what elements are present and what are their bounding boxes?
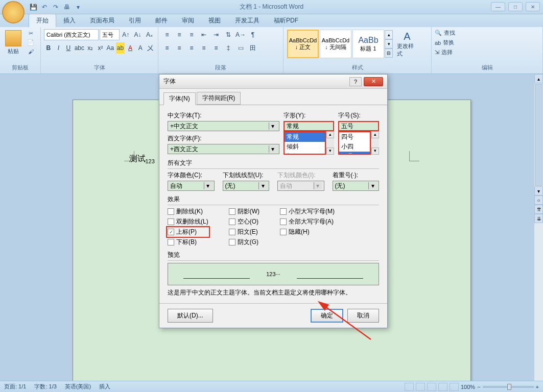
vertical-scrollbar[interactable]: ▴ ▾ ○ ⇈ ⇊ bbox=[534, 74, 543, 381]
checkbox-outline[interactable]: 空心(O) bbox=[229, 217, 259, 226]
style-option-italic[interactable]: 倾斜 bbox=[285, 142, 325, 152]
next-page-button[interactable]: ⇊ bbox=[534, 214, 543, 223]
west-font-combo[interactable]: +西文正文▾ bbox=[168, 144, 279, 154]
tab-layout[interactable]: 页面布局 bbox=[83, 14, 122, 27]
view-fullscreen-button[interactable] bbox=[416, 383, 425, 391]
ltr-button[interactable]: A→ bbox=[235, 29, 246, 40]
print-icon[interactable]: 🖶 bbox=[62, 3, 72, 12]
scroll-down-icon[interactable]: ▾ bbox=[371, 148, 379, 155]
size-list[interactable]: 四号 小四 五号 bbox=[338, 131, 371, 155]
justify-button[interactable]: ≡ bbox=[198, 42, 209, 54]
style-nospacing[interactable]: AaBbCcDd ↓ 无间隔 bbox=[320, 30, 351, 58]
copy-icon[interactable]: 📄 bbox=[26, 38, 35, 46]
change-styles-button[interactable]: A 更改样式 bbox=[397, 31, 417, 58]
decrease-indent-button[interactable]: ⇤ bbox=[198, 29, 209, 40]
find-button[interactable]: 🔍查找 bbox=[435, 29, 539, 37]
style-more-button[interactable]: ⊟ bbox=[385, 48, 393, 58]
size-list-scrollbar[interactable]: ▴ ▾ bbox=[371, 131, 379, 155]
minimize-button[interactable]: — bbox=[491, 2, 505, 11]
maximize-button[interactable]: □ bbox=[508, 2, 523, 11]
size-option-0[interactable]: 四号 bbox=[339, 132, 370, 142]
distribute-button[interactable]: ≡ bbox=[210, 42, 222, 54]
cn-font-combo[interactable]: +中文正文▾ bbox=[168, 121, 279, 131]
status-insert[interactable]: 插入 bbox=[99, 383, 110, 390]
tab-review[interactable]: 审阅 bbox=[175, 14, 201, 27]
zoom-slider-thumb[interactable] bbox=[507, 384, 511, 390]
tab-mailings[interactable]: 邮件 bbox=[148, 14, 175, 27]
paste-button[interactable]: 粘贴 bbox=[3, 30, 23, 55]
scroll-down-icon[interactable]: ▾ bbox=[326, 148, 334, 155]
phonetic-button[interactable]: 㐅 bbox=[146, 42, 155, 54]
clear-format-icon[interactable]: Aₓ bbox=[144, 29, 155, 40]
style-list-scrollbar[interactable]: ▴ ▾ bbox=[326, 131, 334, 155]
cut-icon[interactable]: ✂ bbox=[26, 29, 35, 37]
status-words[interactable]: 字数: 1/3 bbox=[34, 383, 56, 390]
view-outline-button[interactable] bbox=[438, 383, 447, 391]
checkbox-shadow[interactable]: 阴影(W) bbox=[229, 207, 259, 216]
zoom-in-button[interactable]: + bbox=[536, 384, 539, 390]
line-spacing-button[interactable]: ‡ bbox=[223, 42, 234, 54]
align-center-button[interactable]: ≡ bbox=[174, 42, 185, 54]
highlight-button[interactable]: ab bbox=[116, 42, 125, 54]
undo-icon[interactable]: ↶ bbox=[40, 3, 49, 12]
font-color-button[interactable]: A bbox=[126, 42, 135, 54]
style-normal[interactable]: AaBbCcDd ↓ 正文 bbox=[287, 30, 319, 58]
checkbox-emboss[interactable]: 阳文(E) bbox=[229, 228, 259, 236]
underline-button[interactable]: U bbox=[64, 42, 73, 54]
document-text[interactable]: 测试123 bbox=[129, 154, 155, 164]
numbering-button[interactable]: ≡ bbox=[174, 29, 185, 40]
tab-home[interactable]: 开始 bbox=[29, 14, 56, 27]
align-right-button[interactable]: ≡ bbox=[186, 42, 197, 54]
size-option-2[interactable]: 五号 bbox=[339, 152, 370, 155]
align-left-button[interactable]: ≡ bbox=[161, 42, 173, 54]
checkbox-allcaps[interactable]: 全部大写字母(A) bbox=[280, 217, 335, 226]
default-button[interactable]: 默认(D)... bbox=[168, 309, 213, 323]
checkbox-superscript[interactable]: ✓上标(P) bbox=[166, 226, 210, 238]
office-button[interactable] bbox=[2, 1, 25, 23]
redo-icon[interactable]: ↷ bbox=[51, 3, 60, 12]
underline-style-combo[interactable]: (无)▾ bbox=[223, 181, 270, 191]
checkbox-engrave[interactable]: 阴文(G) bbox=[229, 238, 259, 247]
change-case-button[interactable]: Aa bbox=[106, 42, 115, 54]
grow-font-icon[interactable]: A↑ bbox=[121, 29, 131, 40]
scroll-up-button[interactable]: ▴ bbox=[534, 74, 543, 83]
style-input[interactable]: 常规 bbox=[284, 121, 335, 131]
style-heading1[interactable]: AaBb 标题 1 bbox=[352, 30, 384, 58]
borders-button[interactable]: 田 bbox=[247, 42, 258, 54]
prev-page-button[interactable]: ⇈ bbox=[534, 205, 543, 214]
checkbox-subscript[interactable]: 下标(B) bbox=[168, 238, 208, 247]
style-up-button[interactable]: ▴ bbox=[385, 30, 393, 39]
tab-insert[interactable]: 插入 bbox=[56, 14, 83, 27]
increase-indent-button[interactable]: ⇥ bbox=[210, 29, 222, 40]
checkbox-strike[interactable]: 删除线(K) bbox=[168, 207, 208, 216]
zoom-slider[interactable] bbox=[483, 386, 534, 388]
zoom-level[interactable]: 100% bbox=[461, 384, 475, 390]
style-down-button[interactable]: ▾ bbox=[385, 39, 393, 48]
save-icon[interactable]: 💾 bbox=[29, 3, 38, 12]
shrink-font-icon[interactable]: A↓ bbox=[132, 29, 143, 40]
subscript-button[interactable]: x₂ bbox=[86, 42, 95, 54]
font-name-selector[interactable]: Calibri (西文正文) bbox=[44, 29, 99, 40]
checkbox-dstrike[interactable]: 双删除线(L) bbox=[168, 217, 208, 226]
strike-button[interactable]: abc bbox=[74, 42, 85, 54]
italic-button[interactable]: I bbox=[54, 42, 63, 54]
scroll-up-icon[interactable]: ▴ bbox=[371, 131, 379, 138]
format-painter-icon[interactable]: 🖌 bbox=[26, 47, 35, 56]
size-option-1[interactable]: 小四 bbox=[339, 142, 370, 152]
style-option-regular[interactable]: 常规 bbox=[285, 132, 325, 142]
shading-button[interactable]: ▭ bbox=[235, 42, 246, 54]
dialog-help-button[interactable]: ? bbox=[349, 77, 362, 86]
multilevel-button[interactable]: ≡ bbox=[186, 29, 197, 40]
tab-foxit[interactable]: 福昕PDF bbox=[267, 14, 305, 27]
dialog-title-bar[interactable]: 字体 ? ✕ bbox=[159, 75, 387, 89]
view-web-button[interactable] bbox=[427, 383, 436, 391]
scroll-up-icon[interactable]: ▴ bbox=[326, 131, 334, 138]
zoom-out-button[interactable]: − bbox=[477, 384, 480, 390]
replace-button[interactable]: ab替换 bbox=[435, 39, 539, 46]
style-list[interactable]: 常规 倾斜 加粗 bbox=[284, 131, 326, 155]
superscript-button[interactable]: x² bbox=[96, 42, 105, 54]
show-marks-button[interactable]: ¶ bbox=[247, 29, 258, 40]
view-draft-button[interactable] bbox=[450, 383, 459, 391]
bullets-button[interactable]: ≡ bbox=[161, 29, 173, 40]
size-input[interactable]: 五号 bbox=[338, 121, 379, 131]
